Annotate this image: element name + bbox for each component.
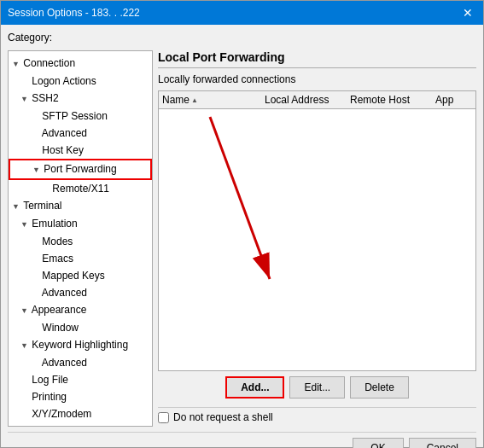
table-header: Name ▲ Local Address Remote Host App (159, 91, 475, 109)
col-app-label: App (435, 94, 453, 106)
sidebar-item-label: Host Key (42, 144, 84, 156)
sidebar-item-sftp-session[interactable]: SFTP Session (9, 108, 152, 125)
panel-title: Local Port Forwarding (158, 50, 476, 68)
sidebar-item-label: Advanced (42, 127, 87, 139)
close-button[interactable]: ✕ (459, 6, 476, 20)
sort-arrow-icon: ▲ (191, 96, 198, 104)
toggle-icon: ▼ (20, 91, 29, 107)
sidebar-item-label: Appearance (32, 304, 87, 316)
bottom-area: Do not request a shell (158, 407, 476, 427)
col-local-label: Local Address (265, 94, 329, 106)
sidebar-item-label: Keyword Highlighting (32, 339, 128, 351)
toggle-icon: ▼ (12, 199, 20, 214)
sidebar-item-remote-x11[interactable]: Remote/X11 (9, 180, 152, 197)
main-panel: Local Port Forwarding Locally forwarded … (158, 50, 476, 427)
sidebar-item-label: SSH2 (32, 92, 58, 104)
toggle-icon: ▼ (20, 303, 29, 318)
add-button[interactable]: Add... (225, 376, 284, 399)
sidebar-item-label: SFTP Session (42, 110, 107, 122)
sidebar-item-ssh2[interactable]: ▼ SSH2 (9, 90, 152, 108)
panel-subheader: Locally forwarded connections (158, 73, 476, 85)
toggle-icon: ▼ (20, 338, 29, 353)
sidebar-item-label: Logon Actions (32, 75, 96, 87)
sidebar-item-keyword-highlighting[interactable]: ▼ Keyword Highlighting (9, 336, 152, 354)
sidebar-item-emacs[interactable]: Emacs (9, 250, 152, 267)
sidebar-item-label: Modes (42, 236, 73, 247)
category-tree: ▼ Connection Logon Actions ▼ SSH2 SFTP S… (8, 50, 153, 427)
sidebar-item-logon-actions[interactable]: Logon Actions (9, 73, 152, 90)
footer-buttons: OK Cancel (8, 432, 476, 448)
sidebar-item-label: Mapped Keys (42, 270, 104, 282)
sidebar-item-label: Window (42, 322, 79, 334)
content-area: ▼ Connection Logon Actions ▼ SSH2 SFTP S… (8, 50, 476, 427)
col-header-name[interactable]: Name ▲ (162, 94, 265, 106)
window-title: Session Options - 183. . .222 (8, 7, 140, 19)
sidebar-item-modes[interactable]: Modes (9, 233, 152, 250)
sidebar-item-xy-zmodem[interactable]: X/Y/Zmodem (9, 405, 152, 422)
sidebar-item-terminal[interactable]: ▼ Terminal (9, 197, 152, 215)
edit-button[interactable]: Edit... (289, 376, 345, 399)
sidebar-item-mapped-keys[interactable]: Mapped Keys (9, 267, 152, 284)
forwarding-table: Name ▲ Local Address Remote Host App (158, 90, 476, 371)
sidebar-item-window[interactable]: Window (9, 319, 152, 336)
col-remote-label: Remote Host (350, 94, 410, 106)
sidebar-item-label: Terminal (23, 200, 61, 212)
cancel-button[interactable]: Cancel (409, 438, 476, 448)
sidebar-item-label: Log File (32, 374, 68, 386)
sidebar-item-printing[interactable]: Printing (9, 388, 152, 405)
sidebar-item-label: Connection (23, 57, 75, 69)
sidebar-item-appearance[interactable]: ▼ Appearance (9, 301, 152, 319)
sidebar-item-advanced3[interactable]: Advanced (9, 354, 152, 371)
toggle-icon: ▼ (12, 56, 20, 72)
toggle-icon: ▼ (20, 217, 29, 232)
delete-button[interactable]: Delete (350, 376, 409, 399)
toggle-icon: ▼ (32, 162, 41, 177)
sidebar-item-port-forwarding[interactable]: ▼ Port Forwarding (9, 159, 152, 180)
sidebar-item-label: Remote/X11 (52, 183, 109, 195)
sidebar-item-log-file[interactable]: Log File (9, 371, 152, 388)
col-header-remote-host[interactable]: Remote Host (350, 94, 435, 106)
sidebar-item-label: Printing (32, 391, 67, 403)
no-shell-checkbox-label[interactable]: Do not request a shell (158, 411, 273, 423)
sidebar-item-label: Advanced (42, 357, 87, 369)
col-name-label: Name (162, 94, 190, 106)
sidebar-item-label: X/Y/Zmodem (32, 408, 91, 420)
session-options-window: Session Options - 183. . .222 ✕ Category… (0, 0, 484, 448)
sidebar-item-label: Emulation (32, 218, 77, 230)
sidebar-item-host-key[interactable]: Host Key (9, 142, 152, 159)
no-shell-label: Do not request a shell (173, 411, 273, 423)
sidebar-item-connection[interactable]: ▼ Connection (9, 55, 152, 73)
title-bar: Session Options - 183. . .222 ✕ (1, 1, 483, 25)
sidebar-item-label: Port Forwarding (44, 163, 116, 175)
col-header-app[interactable]: App (435, 94, 472, 106)
sidebar-item-emulation[interactable]: ▼ Emulation (9, 215, 152, 233)
table-body (159, 109, 475, 370)
sidebar-item-label: Emacs (42, 253, 73, 265)
sidebar-item-advanced[interactable]: Advanced (9, 125, 152, 142)
action-buttons: Add... Edit... Delete (158, 376, 476, 399)
ok-button[interactable]: OK (353, 438, 403, 448)
no-shell-checkbox[interactable] (158, 412, 169, 423)
col-header-local-address[interactable]: Local Address (265, 94, 350, 106)
sidebar-item-advanced2[interactable]: Advanced (9, 284, 152, 301)
category-label: Category: (8, 32, 476, 44)
window-body: Category: ▼ Connection Logon Actions ▼ S… (1, 25, 483, 448)
port-forwarding-wrapper: ▼ Port Forwarding (9, 159, 152, 180)
sidebar-item-label: Advanced (42, 287, 87, 299)
